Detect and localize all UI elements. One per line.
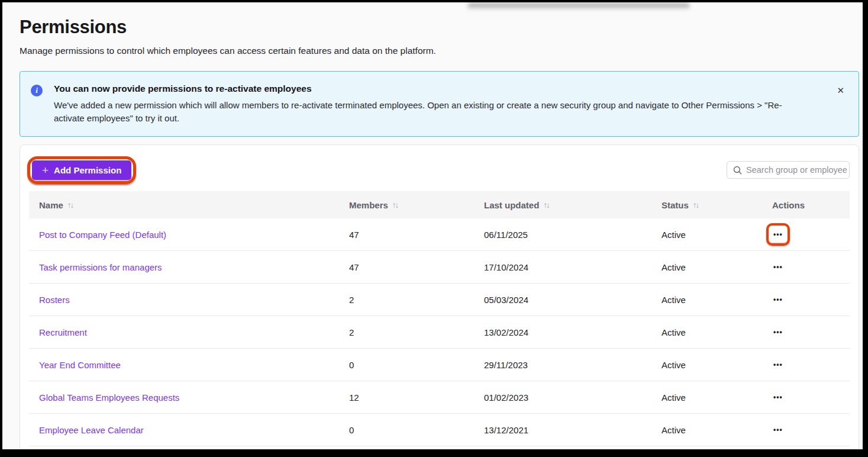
actions-cell: ••• <box>762 391 850 403</box>
permission-name-link[interactable]: Recruitment <box>39 327 87 337</box>
row-actions-button[interactable]: ••• <box>772 326 784 338</box>
table-cell: Active <box>651 230 762 240</box>
actions-cell: ••• <box>762 294 850 305</box>
status-text: Active <box>662 230 686 240</box>
table-cell: Active <box>651 360 762 370</box>
status-text: Active <box>662 392 686 403</box>
table-cell: Employee Leave Calendar <box>29 425 339 435</box>
table-cell: Post to Company Feed (Default) <box>29 230 339 240</box>
search-box <box>727 161 850 179</box>
table-cell: 0 <box>339 425 474 435</box>
actions-wrap: ••• <box>772 391 784 403</box>
table-cell: Active <box>651 327 762 337</box>
status-text: Active <box>662 327 686 337</box>
table-body: Post to Company Feed (Default)4706/11/20… <box>29 218 850 446</box>
plus-icon: + <box>42 165 49 176</box>
sort-icon[interactable]: ↑↓ <box>392 201 398 210</box>
table-cell: Rosters <box>29 295 339 305</box>
column-label: Name <box>39 200 63 210</box>
search-input[interactable] <box>746 165 849 175</box>
table-cell: Global Teams Employees Requests <box>29 392 339 403</box>
sort-icon[interactable]: ↑↓ <box>693 201 699 210</box>
add-permission-annotation: + Add Permission <box>32 160 131 180</box>
row-actions-button[interactable]: ••• <box>772 424 784 436</box>
last-updated-date: 13/02/2024 <box>484 327 528 337</box>
status-text: Active <box>662 360 686 370</box>
table-row: Recruitment213/02/2024Active••• <box>29 316 850 349</box>
page-subtitle: Manage permissions to control which empl… <box>20 46 859 56</box>
actions-wrap: ••• <box>772 326 784 338</box>
permission-name-link[interactable]: Year End Committee <box>39 360 121 370</box>
table-row: Year End Committee029/11/2023Active••• <box>29 349 850 381</box>
permission-name-link[interactable]: Task permissions for managers <box>39 262 162 272</box>
permission-name-link[interactable]: Rosters <box>39 295 70 305</box>
members-count: 0 <box>349 425 354 435</box>
last-updated-date: 06/11/2025 <box>484 230 528 240</box>
banner-body: We've added a new permission which will … <box>54 99 808 124</box>
table-cell: 13/02/2024 <box>474 327 651 337</box>
table-cell: 2 <box>339 327 474 337</box>
permission-name-link[interactable]: Post to Company Feed (Default) <box>39 230 166 240</box>
table-cell: Task permissions for managers <box>29 262 339 272</box>
column-label: Members <box>349 200 388 210</box>
table-row: Global Teams Employees Requests1201/02/2… <box>29 381 850 414</box>
status-text: Active <box>662 262 686 272</box>
banner-text: You can now provide permissions to re-ac… <box>54 83 837 124</box>
row-actions-button[interactable]: ••• <box>772 294 784 305</box>
table-cell: 13/12/2021 <box>474 425 651 435</box>
row-actions-button[interactable]: ••• <box>772 261 784 273</box>
row-actions-button[interactable]: ••• <box>772 359 784 371</box>
column-header-members[interactable]: Members↑↓ <box>339 200 474 210</box>
permissions-page: Permissions Manage permissions to contro… <box>2 2 863 449</box>
add-permission-label: Add Permission <box>54 165 121 175</box>
table-cell: 2 <box>339 295 474 305</box>
actions-wrap: ••• <box>772 294 784 305</box>
column-header-last-updated[interactable]: Last updated↑↓ <box>474 200 651 210</box>
table-cell: 12 <box>339 392 474 403</box>
table-cell: Active <box>651 425 762 435</box>
table-cell: Recruitment <box>29 327 339 337</box>
status-text: Active <box>662 425 686 435</box>
table-row: Post to Company Feed (Default)4706/11/20… <box>29 218 850 251</box>
row-actions-button[interactable]: ••• <box>772 228 784 240</box>
add-permission-button[interactable]: + Add Permission <box>32 160 131 180</box>
column-label: Actions <box>772 200 805 210</box>
close-icon[interactable]: ✕ <box>837 86 844 95</box>
actions-wrap: ••• <box>772 424 784 436</box>
table-row: Employee Leave Calendar013/12/2021Active… <box>29 414 850 446</box>
members-count: 12 <box>349 392 359 403</box>
last-updated-date: 17/10/2024 <box>484 262 528 272</box>
table-cell: 01/02/2023 <box>474 392 651 403</box>
column-header-name[interactable]: Name↑↓ <box>29 200 339 210</box>
table-cell: Active <box>651 262 762 272</box>
table-cell: Active <box>651 295 762 305</box>
status-text: Active <box>662 295 686 305</box>
sort-icon[interactable]: ↑↓ <box>67 201 73 210</box>
last-updated-date: 29/11/2023 <box>484 360 528 370</box>
table-cell: 0 <box>339 360 474 370</box>
table-cell: 06/11/2025 <box>474 230 651 240</box>
table-row: Task permissions for managers4717/10/202… <box>29 251 850 284</box>
table-row: Rosters205/03/2024Active••• <box>29 284 850 316</box>
table-cell: Active <box>651 392 762 403</box>
actions-cell: ••• <box>762 228 850 240</box>
last-updated-date: 01/02/2023 <box>484 392 528 403</box>
page-content: Permissions Manage permissions to contro… <box>20 2 859 449</box>
permissions-card: + Add Permission Name↑↓Members↑↓Last upd… <box>20 144 859 449</box>
actions-cell: ••• <box>762 359 850 371</box>
column-header-status[interactable]: Status↑↓ <box>651 200 762 210</box>
last-updated-date: 05/03/2024 <box>484 295 528 305</box>
permission-name-link[interactable]: Employee Leave Calendar <box>39 425 144 435</box>
row-actions-button[interactable]: ••• <box>772 391 784 403</box>
card-toolbar: + Add Permission <box>20 145 859 191</box>
actions-wrap: ••• <box>772 261 784 273</box>
sort-icon[interactable]: ↑↓ <box>543 201 549 210</box>
members-count: 47 <box>349 230 359 240</box>
info-icon: i <box>31 85 43 96</box>
banner-title: You can now provide permissions to re-ac… <box>54 83 808 94</box>
permission-name-link[interactable]: Global Teams Employees Requests <box>39 392 179 403</box>
actions-cell: ••• <box>762 424 850 436</box>
info-banner: i You can now provide permissions to re-… <box>20 71 859 137</box>
table-cell: Year End Committee <box>29 360 339 370</box>
table-cell: 29/11/2023 <box>474 360 651 370</box>
